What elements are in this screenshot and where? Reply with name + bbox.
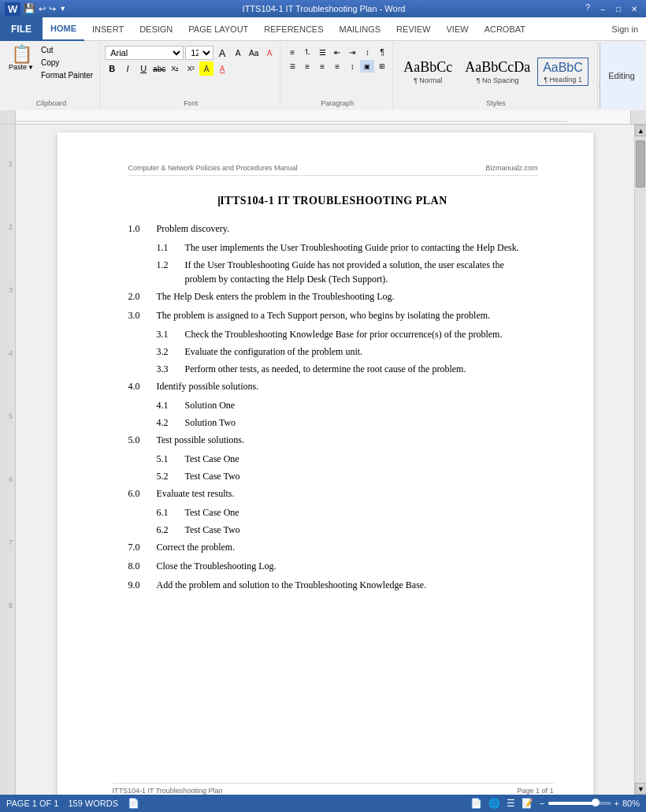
list-item: 2.0 The Help Desk enters the problem in … — [128, 289, 538, 304]
style-no-spacing[interactable]: AaBbCcDa ¶ No Spacing — [459, 57, 536, 87]
line-spacing-btn[interactable]: ↕ — [345, 60, 359, 73]
sub-text: Check the Troubleshooting Knowledge Base… — [185, 327, 538, 341]
superscript-btn[interactable]: X² — [184, 61, 198, 76]
ruler-7: 7 — [9, 538, 13, 546]
decrease-indent-btn[interactable]: ⇤ — [330, 46, 344, 58]
zoom-slider[interactable] — [548, 802, 611, 805]
tab-insert[interactable]: INSERT — [84, 17, 132, 41]
list-item: 8.0 Close the Troubleshooting Log. — [128, 559, 538, 573]
bullets-btn[interactable]: ≡ — [285, 46, 299, 58]
view-outline-btn[interactable]: ☰ — [507, 798, 515, 809]
zoom-in-btn[interactable]: + — [614, 799, 619, 808]
format-painter-button[interactable]: Format Painter — [38, 69, 96, 81]
tab-review[interactable]: REVIEW — [388, 17, 438, 41]
ruler-right-side — [630, 110, 646, 124]
editing-label: Editing — [608, 71, 635, 80]
item-text: The problem is assigned to a Tech Suppor… — [157, 308, 538, 322]
sub-number: 5.1 — [157, 452, 185, 466]
increase-indent-btn[interactable]: ⇥ — [345, 46, 359, 58]
italic-btn[interactable]: I — [121, 61, 135, 76]
scrollbar: ▲ ▼ — [634, 125, 646, 795]
proofing-icon[interactable]: 📄 — [128, 798, 139, 809]
tab-page-layout[interactable]: PAGE LAYOUT — [180, 17, 256, 41]
document-page: Computer & Network Policies and Procedur… — [58, 132, 593, 795]
maximize-btn[interactable]: □ — [611, 2, 626, 15]
style-normal[interactable]: AaBbCc ¶ Normal — [398, 57, 458, 87]
grow-font-btn[interactable]: A — [215, 46, 229, 60]
change-case-btn[interactable]: Aa — [247, 46, 261, 60]
zoom-level: 80% — [622, 799, 640, 808]
paste-button[interactable]: 📋 Paste ▼ — [6, 44, 36, 98]
view-draft-btn[interactable]: 📝 — [522, 798, 533, 809]
quick-access-more[interactable]: ▼ — [59, 5, 66, 13]
zoom-out-btn[interactable]: − — [540, 799, 544, 808]
tab-home[interactable]: HOME — [43, 17, 84, 41]
clear-formatting-btn[interactable]: A — [262, 46, 277, 60]
status-bar: PAGE 1 OF 1 159 WORDS 📄 📄 🌐 ☰ 📝 − + 80% — [0, 795, 646, 812]
font-group: Arial 12 A A Aa A B I U abc X₂ X² A A — [102, 43, 280, 109]
ruler-8: 8 — [9, 602, 13, 609]
list-item: 3.2 Evaluate the configuration of the pr… — [128, 345, 538, 359]
paste-dropdown-icon[interactable]: ▼ — [28, 64, 34, 71]
word-count: 159 WORDS — [68, 799, 118, 808]
strikethrough-btn[interactable]: abc — [152, 61, 166, 76]
page-header: Computer & Network Policies and Procedur… — [128, 164, 538, 176]
tab-view[interactable]: VIEW — [439, 17, 477, 41]
justify-btn[interactable]: ≡ — [330, 60, 344, 73]
quick-access-redo[interactable]: ↪ — [49, 4, 56, 14]
font-row-1: Arial 12 A A Aa A — [105, 46, 277, 60]
ruler-main — [16, 110, 630, 124]
tab-references[interactable]: REFERENCES — [256, 17, 331, 41]
text-highlight-btn[interactable]: A — [199, 61, 213, 76]
ribbon-tabs: FILE HOME INSERT DESIGN PAGE LAYOUT REFE… — [0, 17, 646, 41]
bold-btn[interactable]: B — [105, 61, 119, 76]
sub-text: If the User Troubleshooting Guide has no… — [185, 258, 538, 286]
tab-design[interactable]: DESIGN — [132, 17, 180, 41]
numbering-btn[interactable]: ⒈ — [300, 46, 314, 58]
view-web-btn[interactable]: 🌐 — [488, 798, 500, 809]
item-text: Add the problem and solution to the Trou… — [157, 578, 538, 592]
font-row-2: B I U abc X₂ X² A A — [105, 61, 277, 76]
borders-btn[interactable]: ⊞ — [375, 60, 389, 73]
quick-access-save[interactable]: 💾 — [24, 3, 35, 14]
copy-button[interactable]: Copy — [38, 57, 96, 69]
scroll-up-btn[interactable]: ▲ — [635, 125, 646, 136]
scroll-thumb[interactable] — [636, 140, 645, 188]
file-tab[interactable]: FILE — [0, 17, 43, 41]
underline-btn[interactable]: U — [136, 61, 150, 76]
font-color-btn[interactable]: A — [215, 61, 229, 76]
document-content[interactable]: 1.0 Problem discovery. 1.1 The user impl… — [128, 222, 538, 592]
help-btn[interactable]: ? — [581, 2, 594, 15]
font-family-select[interactable]: Arial — [105, 46, 184, 60]
align-center-btn[interactable]: ≡ — [300, 60, 314, 73]
list-item: 5.0 Test possible solutions. — [128, 433, 538, 447]
sub-text: Test Case One — [185, 505, 538, 520]
sort-btn[interactable]: ↕ — [360, 46, 374, 58]
subscript-btn[interactable]: X₂ — [168, 61, 182, 76]
shading-btn[interactable]: ▣ — [360, 60, 374, 73]
list-item: 5.2 Test Case Two — [128, 469, 538, 483]
font-size-select[interactable]: 12 — [185, 46, 213, 60]
show-hide-btn[interactable]: ¶ — [375, 46, 389, 58]
align-right-btn[interactable]: ≡ — [315, 60, 329, 73]
scroll-track[interactable] — [635, 136, 646, 783]
shrink-font-btn[interactable]: A — [231, 46, 245, 60]
scroll-down-btn[interactable]: ▼ — [635, 783, 646, 795]
list-item: 1.0 Problem discovery. — [128, 222, 538, 236]
align-left-btn[interactable]: ≡ — [285, 60, 299, 73]
tab-mailings[interactable]: MAILINGS — [332, 17, 389, 41]
tab-acrobat[interactable]: ACROBAT — [477, 17, 533, 41]
sign-in-btn[interactable]: Sign in — [603, 17, 646, 40]
minimize-btn[interactable]: – — [596, 2, 610, 15]
multilevel-btn[interactable]: ☰ — [315, 46, 329, 58]
clipboard-label: Clipboard — [6, 98, 96, 107]
view-print-btn[interactable]: 📄 — [470, 798, 482, 809]
list-item: 1.1 The user implements the User Trouble… — [128, 240, 538, 255]
zoom-fill — [548, 802, 596, 805]
style-heading1[interactable]: AaBbC ¶ Heading 1 — [537, 58, 588, 85]
quick-access-undo[interactable]: ↩ — [39, 4, 46, 14]
cut-button[interactable]: Cut — [38, 44, 96, 56]
close-btn[interactable]: ✕ — [627, 2, 641, 15]
clipboard-right: Cut Copy Format Painter — [38, 44, 96, 98]
zoom-thumb[interactable] — [592, 799, 600, 806]
